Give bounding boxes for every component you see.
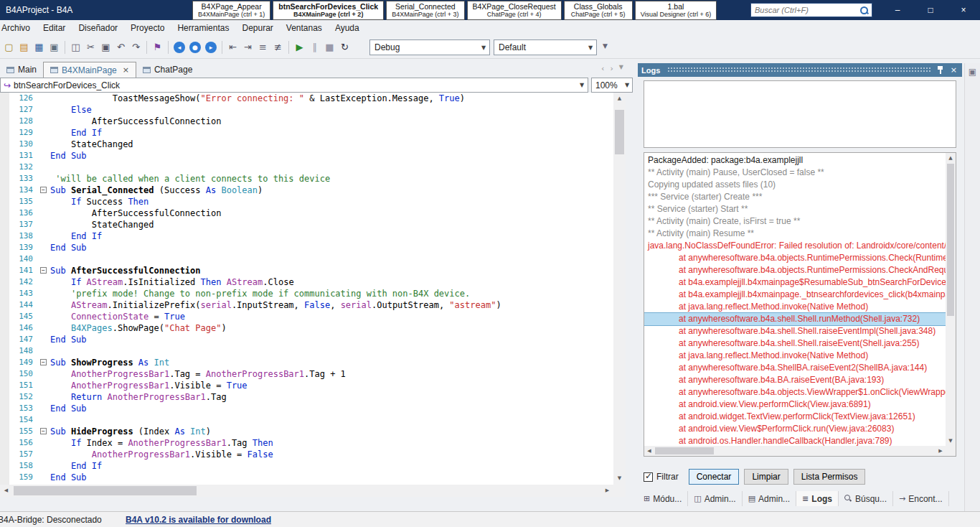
log-entry[interactable]: ** Activity (main) Resume **	[644, 228, 946, 240]
bookmark-tab[interactable]: Serial_ConnectedB4XMainPage (ctrl + 3)	[386, 1, 464, 20]
breakpoint-margin[interactable]	[0, 311, 9, 322]
breakpoint-margin[interactable]	[0, 288, 9, 299]
log-entry[interactable]: ** Activity (main) Create, isFirst = tru…	[644, 215, 946, 228]
indent-icon[interactable]: ⇥	[240, 39, 255, 55]
logs-horizontal-scrollbar[interactable]: ◀ ▶	[644, 446, 946, 456]
close-button[interactable]: ×	[947, 0, 980, 20]
code-line[interactable]: 131End Sub	[0, 150, 613, 162]
bookmark-tab[interactable]: B4XPage_CloseRequestChatPage (ctrl + 4)	[467, 1, 562, 20]
scroll-up-icon[interactable]: ▲	[946, 153, 956, 163]
fold-collapse-icon[interactable]: −	[40, 187, 47, 193]
breakpoint-margin[interactable]	[0, 322, 9, 334]
code-line[interactable]: 136 AfterSuccessfulConnection	[0, 207, 613, 219]
bottom-tab-admin[interactable]: ▤Admin...	[743, 491, 796, 506]
zoom-dropdown[interactable]: 100% ▼	[591, 78, 633, 93]
menu-item-herramientas[interactable]: Herramientas	[171, 20, 235, 37]
code-line[interactable]: 144 AStream.InitializePrefix(serial.Inpu…	[0, 299, 613, 311]
code-line[interactable]: 139End Sub	[0, 242, 613, 253]
fold-collapse-icon[interactable]: −	[40, 359, 47, 365]
breakpoint-margin[interactable]	[0, 265, 9, 276]
build-config-dropdown[interactable]: Debug ▼	[369, 39, 490, 55]
save-all-icon[interactable]: ▣	[47, 39, 62, 55]
code-line[interactable]: 155−Sub HideProgress (Index As Int)	[0, 426, 613, 437]
nav-last-position-icon[interactable]: ●	[189, 42, 201, 53]
log-entry[interactable]: at b4a.examplejjll.b4xmainpage._btnsearc…	[644, 289, 946, 301]
scroll-up-icon[interactable]: ▲	[613, 93, 626, 105]
log-entry[interactable]: at java.lang.reflect.Method.invoke(Nativ…	[644, 301, 946, 313]
logs-panel-header[interactable]: Logs ×	[638, 63, 962, 77]
code-line[interactable]: 137 StateChanged	[0, 219, 613, 230]
log-entry[interactable]: at anywheresoftware.b4a.ShellBA.raiseEve…	[644, 362, 946, 374]
copy-icon[interactable]: ▣	[98, 39, 113, 55]
new-file-icon[interactable]: ▢	[1, 39, 17, 55]
code-line[interactable]: 133 'will be called when a client connec…	[0, 173, 613, 185]
filter-checkbox[interactable]: ✓	[644, 472, 653, 482]
search-input[interactable]	[751, 6, 859, 14]
panel-drag-grip[interactable]	[667, 67, 931, 73]
code-line[interactable]: 152 Return AnotherProgressBar1.Tag	[0, 391, 613, 403]
menu-item-archivo[interactable]: Archivo	[0, 20, 37, 37]
stop-icon[interactable]: ■	[322, 39, 337, 55]
cut-icon[interactable]: ✂	[83, 39, 98, 55]
log-entry[interactable]: at java.lang.reflect.Method.invoke(Nativ…	[644, 350, 946, 362]
breakpoint-margin[interactable]	[0, 93, 9, 104]
breakpoint-margin[interactable]	[0, 368, 9, 380]
log-entry[interactable]: at android.os.Handler.handleCallback(Han…	[644, 435, 946, 446]
log-entry[interactable]: ** Activity (main) Pause, UserClosed = f…	[644, 167, 946, 179]
log-entry[interactable]: at anywheresoftware.b4a.objects.RuntimeP…	[644, 252, 946, 264]
breakpoint-margin[interactable]	[0, 162, 9, 173]
doc-tab-b4xmainpage[interactable]: B4XMainPage×	[43, 62, 136, 78]
close-tab-icon[interactable]: ×	[123, 65, 129, 75]
code-editor[interactable]: 126 ToastMessageShow("Error connecting: …	[0, 93, 626, 497]
menu-item-proyecto[interactable]: Proyecto	[124, 20, 171, 37]
breakpoint-margin[interactable]	[0, 380, 9, 391]
code-line[interactable]: 130 StateChanged	[0, 139, 613, 150]
permissions-list-button[interactable]: Lista Permisos	[793, 469, 866, 485]
save-icon[interactable]: ▦	[32, 39, 47, 55]
breakpoint-margin[interactable]	[0, 253, 9, 265]
close-panel-icon[interactable]: ×	[951, 65, 957, 75]
breakpoint-margin[interactable]	[0, 185, 9, 196]
update-link[interactable]: B4A v10.2 is available for download	[126, 515, 271, 525]
fold-collapse-icon[interactable]: −	[40, 267, 47, 274]
code-line[interactable]: 129 End If	[0, 127, 613, 139]
logs-filter-box[interactable]	[644, 80, 956, 148]
log-entry[interactable]: at anywheresoftware.b4a.BA.raiseEvent(BA…	[644, 374, 946, 386]
breakpoint-margin[interactable]	[0, 150, 9, 162]
breakpoint-margin[interactable]	[0, 357, 9, 368]
breakpoint-margin[interactable]	[0, 116, 9, 127]
bookmark-tab[interactable]: Class_GlobalsChatPage (ctrl + 5)	[564, 1, 633, 20]
log-entry[interactable]: at anywheresoftware.b4a.objects.RuntimeP…	[644, 264, 946, 276]
uncomment-icon[interactable]: ≢	[270, 39, 286, 55]
breakpoint-margin[interactable]	[0, 242, 9, 253]
code-line[interactable]: 134−Sub Serial_Connected (Success As Boo…	[0, 185, 613, 196]
code-line[interactable]: 140	[0, 253, 613, 265]
search-icon[interactable]	[859, 6, 869, 15]
maximize-button[interactable]: □	[914, 0, 947, 20]
menu-item-diseador[interactable]: Diseñador	[72, 20, 124, 37]
code-line[interactable]: 142 If AStream.IsInitialized Then AStrea…	[0, 276, 613, 288]
code-line[interactable]: 147End Sub	[0, 334, 613, 345]
scrollbar-thumb[interactable]	[14, 486, 197, 495]
log-entry[interactable]: *** Service (starter) Create ***	[644, 191, 946, 203]
breakpoint-margin[interactable]	[0, 391, 9, 403]
bottom-tab-encont[interactable]: →Encont...	[893, 491, 949, 506]
build-profile-dropdown[interactable]: Default ▼	[494, 39, 597, 55]
run-icon[interactable]: ▶	[292, 39, 307, 55]
connect-button[interactable]: Conectar	[689, 469, 740, 485]
scroll-right-icon[interactable]: ▶	[601, 485, 613, 497]
pin-icon[interactable]	[936, 65, 944, 75]
scroll-tabs-left-icon[interactable]: ‹	[601, 64, 604, 73]
breakpoint-margin[interactable]	[0, 219, 9, 230]
breakpoint-margin[interactable]	[0, 276, 9, 288]
code-line[interactable]: 138 End If	[0, 230, 613, 242]
log-entry[interactable]: at anywheresoftware.b4a.shell.Shell.rais…	[644, 337, 946, 350]
breakpoint-margin[interactable]	[0, 426, 9, 437]
bottom-tab-bsqu[interactable]: Búsqu...	[839, 491, 893, 506]
scrollbar-thumb[interactable]	[947, 164, 954, 316]
minimize-button[interactable]: –	[881, 0, 914, 20]
log-entry[interactable]: at anywheresoftware.b4a.shell.Shell.runM…	[644, 313, 946, 325]
code-line[interactable]: 153End Sub	[0, 403, 613, 414]
quick-search-box[interactable]	[750, 3, 872, 17]
redo-icon[interactable]: ↷	[128, 39, 143, 55]
